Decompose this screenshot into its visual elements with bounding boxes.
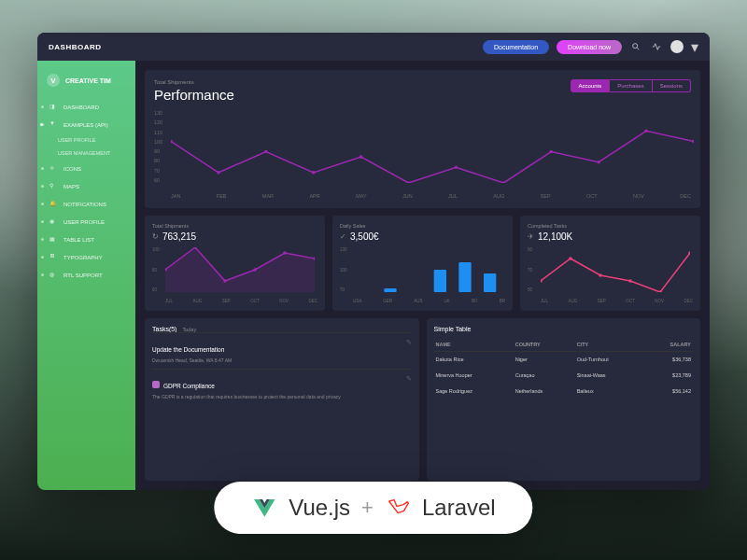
sidebar-item-maps[interactable]: ⚲MAPS: [37, 177, 135, 195]
table-cell: $23,789: [644, 368, 693, 384]
svg-rect-24: [458, 262, 471, 292]
mini-card-2: Completed Tasks ✈12,100K 907050 JULAUGSE…: [520, 216, 700, 311]
task-meta: The GDPR is a regulation that requires b…: [152, 394, 412, 399]
search-icon[interactable]: [629, 40, 642, 53]
edit-icon[interactable]: ✎: [406, 339, 412, 346]
table-cell: Curaçao: [514, 368, 575, 384]
table-header: COUNTRY: [514, 338, 575, 352]
svg-point-10: [549, 150, 553, 154]
svg-line-1: [637, 48, 639, 49]
mini-chart: 907050 JULAUGSEPOCTNOVDEC: [528, 247, 693, 303]
sidebar-item-rtl-support[interactable]: ◍RTL SUPPORT: [37, 266, 135, 284]
table-cell: Sage Rodriguez: [434, 384, 514, 399]
performance-chart: 13012011010090807060 JANFEBMARAPRMAYJUNJ…: [154, 110, 691, 199]
sidebar-brand[interactable]: V CREATIVE TIM: [37, 70, 135, 96]
sidebar-item-label: ICONS: [63, 166, 81, 172]
table-cell: $36,738: [644, 352, 693, 368]
table-cell: Niger: [514, 352, 575, 368]
svg-point-27: [569, 257, 572, 260]
sidebar-item-examples-api-[interactable]: ▼EXAMPLES (API): [37, 116, 135, 133]
activity-icon[interactable]: [650, 40, 663, 53]
layers-icon: ▼: [49, 120, 58, 129]
download-button[interactable]: Download now: [557, 40, 622, 54]
svg-point-4: [264, 150, 268, 154]
tab-purchases[interactable]: Purchases: [610, 79, 652, 92]
svg-rect-21: [384, 288, 396, 292]
svg-point-0: [633, 44, 638, 49]
mini-chart: 1008060 JULAUGSEPOCTNOVDEC: [152, 247, 317, 303]
documentation-button[interactable]: Documentation: [483, 40, 549, 54]
table-row: Minerva HooperCuraçaoSinaai-Waas$23,789: [434, 368, 694, 384]
table-cell: Oud-Turnhout: [575, 352, 645, 368]
mini-value: 763,215: [162, 231, 196, 242]
tab-sessions[interactable]: Sessions: [653, 79, 691, 92]
svg-point-18: [283, 251, 287, 255]
svg-point-6: [359, 155, 363, 159]
sidebar-item-table-list[interactable]: ▦TABLE LIST: [37, 231, 135, 248]
chevron-down-icon[interactable]: ▾: [691, 40, 698, 53]
sidebar-item-label: EXAMPLES (API): [63, 122, 108, 128]
table-row: Dakota RiceNigerOud-Turnhout$36,738: [434, 352, 694, 368]
edit-icon[interactable]: ✎: [406, 375, 412, 383]
topbar: DASHBOARD Documentation Download now ▾: [37, 33, 710, 61]
svg-point-13: [692, 140, 694, 144]
checkbox-icon[interactable]: [152, 381, 160, 388]
sidebar-item-label: DASHBOARD: [63, 105, 99, 110]
globe-icon: ◍: [49, 271, 58, 279]
sidebar-subitem[interactable]: USER PROFILE: [37, 133, 135, 147]
table-header: CITY: [575, 338, 645, 352]
table-icon: ▦: [49, 235, 58, 244]
svg-point-11: [597, 161, 600, 164]
text-icon: 🗏: [49, 253, 58, 261]
svg-rect-25: [484, 273, 496, 292]
plus-separator: +: [361, 496, 374, 520]
svg-point-8: [455, 165, 458, 169]
dashboard-window: DASHBOARD Documentation Download now ▾ V…: [37, 33, 710, 490]
table-cell: Baileux: [575, 384, 645, 399]
mini-icon: ✓: [340, 232, 346, 241]
sidebar-item-notifications[interactable]: 🔔NOTIFICATIONS: [37, 195, 135, 213]
laravel-icon: [385, 495, 411, 521]
mini-subtitle: Daily Sales: [340, 223, 505, 229]
table-row: Sage RodriguezNetherlandsBaileux$56,142: [434, 384, 694, 399]
sidebar: V CREATIVE TIM ◨DASHBOARD▼EXAMPLES (API)…: [37, 61, 135, 490]
mini-icon: ✈: [528, 232, 534, 241]
sidebar-brand-label: CREATIVE TIM: [65, 77, 111, 84]
data-table: NAMECOUNTRYCITYSALARY Dakota RiceNigerOu…: [434, 338, 694, 399]
task-name: GDPR Compliance: [163, 383, 215, 389]
mini-subtitle: Completed Tasks: [528, 223, 693, 229]
mini-icon: ↻: [152, 232, 159, 241]
sidebar-subitem[interactable]: USER MANAGEMENT: [37, 147, 135, 160]
tab-accounts[interactable]: Accounts: [571, 79, 611, 92]
sidebar-item-label: USER PROFILE: [63, 219, 105, 225]
task-item: GDPR ComplianceThe GDPR is a regulation …: [152, 369, 412, 405]
svg-rect-23: [434, 270, 446, 292]
mini-value: 3,500€: [350, 231, 379, 242]
table-title: Simple Table: [434, 326, 694, 332]
tasks-card: Tasks(5) Today Update the DocumentationD…: [145, 318, 419, 481]
mini-card-1: Daily Sales ✓3,500€ 13010070 USAGERAUSUK…: [332, 216, 513, 311]
sidebar-item-label: RTL SUPPORT: [63, 273, 103, 278]
table-cell: $56,142: [644, 384, 693, 399]
sidebar-item-icons[interactable]: ⚛ICONS: [37, 160, 135, 177]
vuejs-icon: [251, 495, 277, 521]
simple-table-card: Simple Table NAMECOUNTRYCITYSALARY Dakot…: [427, 318, 701, 481]
svg-point-28: [599, 273, 602, 277]
mini-subtitle: Total Shipments: [152, 223, 317, 229]
sidebar-item-label: TABLE LIST: [63, 237, 94, 243]
avatar[interactable]: [670, 40, 684, 53]
tech-stack-pill: Vue.js + Laravel: [214, 482, 532, 534]
pin-icon: ⚲: [49, 182, 58, 190]
svg-point-3: [217, 171, 220, 175]
page-title: DASHBOARD: [49, 43, 102, 51]
user-icon: ◉: [49, 217, 58, 226]
sidebar-item-user-profile[interactable]: ◉USER PROFILE: [37, 213, 135, 231]
sidebar-item-dashboard[interactable]: ◨DASHBOARD: [37, 98, 135, 116]
atom-icon: ⚛: [49, 164, 58, 173]
svg-point-16: [223, 279, 227, 283]
sidebar-item-typography[interactable]: 🗏TYPOGRAPHY: [37, 248, 135, 266]
sidebar-item-label: NOTIFICATIONS: [63, 202, 106, 207]
tasks-title: Tasks(5): [152, 326, 176, 332]
table-cell: Sinaai-Waas: [575, 368, 645, 384]
table-header: NAME: [434, 338, 514, 352]
